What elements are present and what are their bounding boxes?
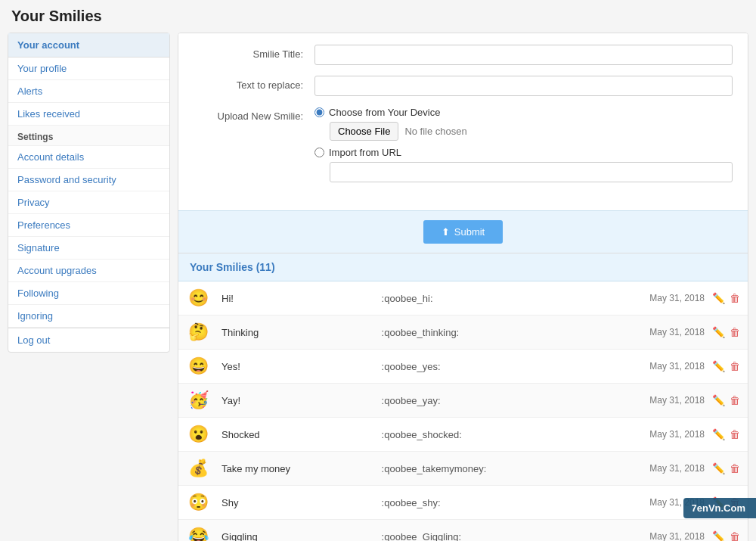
sidebar-item-following[interactable]: Following [8,282,169,305]
smilie-name: Shy [222,497,382,508]
submit-label: Submit [454,226,485,238]
smilie-date: May 31, 2018 [621,531,705,541]
table-row: 😂 Giggling :qoobee_Giggling: May 31, 201… [178,520,748,541]
smilies-header: Your Smilies (11) [178,253,748,281]
device-option: Choose from Your Device Choose File No f… [314,107,733,141]
edit-icon[interactable]: ✏️ [712,326,725,338]
smilie-date: May 31, 2018 [621,293,705,303]
table-row: 😊 Hi! :qoobee_hi: May 31, 2018 ✏️ 🗑 [178,281,748,316]
smilie-code: :qoobee_takemymoney: [382,463,621,474]
choose-file-button[interactable]: Choose File [330,122,398,141]
smilie-emoji: 😳 [186,490,210,515]
smilie-title-input[interactable] [314,45,733,65]
smilie-date: May 31, 2018 [621,429,705,440]
delete-icon[interactable]: 🗑 [730,360,740,372]
text-replace-row: Text to replace: [194,76,733,96]
smilie-name: Shocked [222,429,382,440]
text-replace-input[interactable] [314,76,733,96]
edit-icon[interactable]: ✏️ [712,394,725,406]
url-option-label[interactable]: Import from URL [314,147,733,158]
smilie-name: Yes! [222,361,382,372]
smilie-title-field [314,45,733,65]
smilie-code: :qoobee_shocked: [382,429,621,440]
smilie-code: :qoobee_thinking: [382,327,621,338]
url-radio[interactable] [314,148,324,157]
delete-icon[interactable]: 🗑 [730,292,740,304]
smilie-date: May 31, 2018 [621,361,705,372]
upload-smilie-field: Choose from Your Device Choose File No f… [314,107,733,188]
edit-icon[interactable]: ✏️ [712,462,725,474]
sidebar: Your account Your profile Alerts Likes r… [8,33,170,353]
delete-icon[interactable]: 🗑 [730,326,740,338]
smilie-actions: ✏️ 🗑 [712,326,740,338]
smilie-name: Yay! [222,395,382,406]
sidebar-item-alerts[interactable]: Alerts [8,80,169,103]
upload-smilie-row: Upload New Smilie: Choose from Your Devi… [194,107,733,188]
sidebar-item-signature[interactable]: Signature [8,237,169,260]
smilie-actions: ✏️ 🗑 [712,360,740,372]
table-row: 🤔 Thinking :qoobee_thinking: May 31, 201… [178,316,748,350]
sidebar-item-account-details[interactable]: Account details [8,146,169,169]
sidebar-item-password-security[interactable]: Password and security [8,169,169,191]
table-row: 🥳 Yay! :qoobee_yay: May 31, 2018 ✏️ 🗑 [178,384,748,418]
url-option: Import from URL [314,147,733,182]
edit-icon[interactable]: ✏️ [712,292,725,304]
edit-icon[interactable]: ✏️ [712,360,725,372]
page-title: Your Smilies [0,0,756,33]
smilie-form: Smilie Title: Text to replace: Upload Ne… [178,33,748,210]
sidebar-item-privacy[interactable]: Privacy [8,191,169,214]
smilie-code: :qoobee_yes: [382,361,621,372]
upload-smilie-label: Upload New Smilie: [194,107,314,122]
submit-button[interactable]: ⬆ Submit [423,220,503,244]
smilie-name: Take my money [222,463,382,474]
smilie-emoji: 🤔 [186,320,210,344]
table-row: 😳 Shy :qoobee_shy: May 31, 2018 ✏️ 🗑 [178,486,748,520]
smilie-emoji: 😮 [186,422,210,446]
sidebar-item-ignoring[interactable]: Ignoring [8,305,169,328]
no-file-text: No file chosen [404,126,466,137]
smilie-title-label: Smilie Title: [194,45,314,60]
smilie-actions: ✏️ 🗑 [712,292,740,304]
device-option-label[interactable]: Choose from Your Device [314,107,733,118]
smilie-actions: ✏️ 🗑 [712,428,740,440]
smilie-emoji: 😄 [186,354,210,378]
smilie-actions: ✏️ 🗑 [712,394,740,406]
smilie-code: :qoobee_hi: [382,293,621,304]
edit-icon[interactable]: ✏️ [712,428,725,440]
sidebar-settings-label: Settings [8,126,169,146]
smilie-emoji: 🥳 [186,388,210,412]
smilie-date: May 31, 2018 [621,463,705,474]
delete-icon[interactable]: 🗑 [730,530,740,541]
sidebar-item-account-upgrades[interactable]: Account upgrades [8,260,169,282]
upload-icon: ⬆ [442,226,450,238]
smilie-title-row: Smilie Title: [194,45,733,65]
text-replace-label: Text to replace: [194,76,314,91]
device-radio[interactable] [314,107,324,117]
submit-bar: ⬆ Submit [178,210,748,253]
table-row: 😮 Shocked :qoobee_shocked: May 31, 2018 … [178,418,748,452]
logout-link[interactable]: Log out [8,328,169,352]
table-row: 😄 Yes! :qoobee_yes: May 31, 2018 ✏️ 🗑 [178,350,748,384]
edit-icon[interactable]: ✏️ [712,530,725,541]
smilie-date: May 31, 2018 [621,395,705,406]
smilie-code: :qoobee_Giggling: [382,531,621,542]
main-content: Smilie Title: Text to replace: Upload Ne… [178,33,748,541]
smilie-date: May 31, 2018 [621,327,705,337]
smilie-actions: ✏️ 🗑 [712,530,740,541]
file-input-row: Choose File No file chosen [330,122,733,141]
smilie-code: :qoobee_shy: [382,497,621,508]
smilie-name: Hi! [222,293,382,304]
delete-icon[interactable]: 🗑 [730,394,740,406]
smilie-emoji: 😂 [186,524,210,541]
sidebar-item-preferences[interactable]: Preferences [8,214,169,237]
url-option-text: Import from URL [329,147,401,158]
url-input[interactable] [330,162,733,182]
smilie-emoji: 😊 [186,286,210,310]
text-replace-field [314,76,733,96]
sidebar-item-your-profile[interactable]: Your profile [8,58,169,80]
watermark: 7enVn.Com [683,498,756,518]
delete-icon[interactable]: 🗑 [730,462,740,474]
sidebar-item-likes-received[interactable]: Likes received [8,103,169,126]
delete-icon[interactable]: 🗑 [730,428,740,440]
smilies-list: 😊 Hi! :qoobee_hi: May 31, 2018 ✏️ 🗑 🤔 Th… [178,281,748,541]
